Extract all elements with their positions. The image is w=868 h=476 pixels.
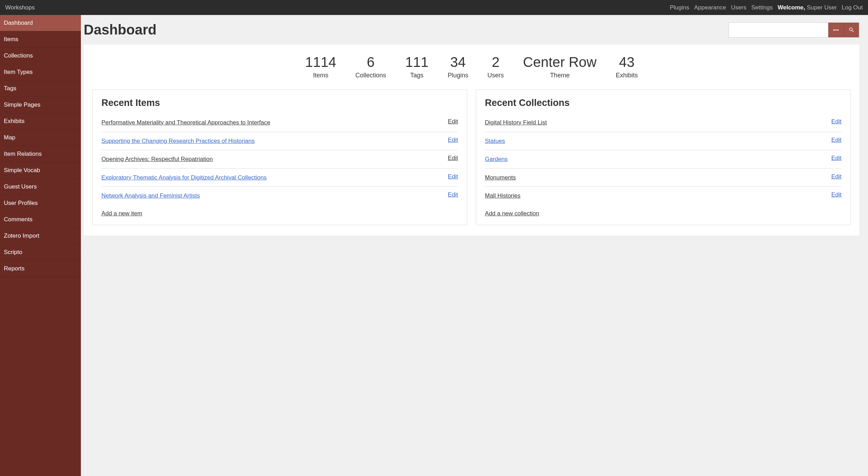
item-edit-link[interactable]: Edit xyxy=(448,173,458,180)
topbar-right: Plugins Appearance Users Settings Welcom… xyxy=(670,4,863,11)
stat-label: Plugins xyxy=(448,72,468,79)
sidebar-item-comments[interactable]: Comments xyxy=(0,212,81,228)
collection-edit-link[interactable]: Edit xyxy=(831,191,842,198)
list-item: Network Analysis and Feminist ArtistsEdi… xyxy=(101,187,458,205)
stats-row: 1114Items6Collections111Tags34Plugins2Us… xyxy=(92,55,851,79)
page-header: Dashboard ••• xyxy=(81,15,868,45)
item-edit-link[interactable]: Edit xyxy=(448,155,458,162)
search-input[interactable] xyxy=(729,23,828,37)
sidebar-item-simple-pages[interactable]: Simple Pages xyxy=(0,97,81,113)
panels: Recent Items Performative Materiality an… xyxy=(92,90,851,225)
welcome-user: Super User xyxy=(807,4,837,11)
sidebar-item-guest-users[interactable]: Guest Users xyxy=(0,179,81,195)
stat-plugins[interactable]: 34Plugins xyxy=(448,55,468,79)
recent-collections-heading: Recent Collections xyxy=(485,98,842,108)
stat-users[interactable]: 2Users xyxy=(487,55,504,79)
logout-link[interactable]: Log Out xyxy=(842,4,863,11)
stat-label: Users xyxy=(487,72,504,79)
sidebar-item-simple-vocab[interactable]: Simple Vocab xyxy=(0,162,81,179)
content-wrap: 1114Items6Collections111Tags34Plugins2Us… xyxy=(84,45,859,236)
topnav-plugins[interactable]: Plugins xyxy=(670,4,689,11)
add-new-item-link[interactable]: Add a new item xyxy=(101,210,142,217)
stat-value: 43 xyxy=(616,55,638,69)
list-item: Performative Materiality and Theoretical… xyxy=(101,114,458,132)
collection-title-link[interactable]: Statues xyxy=(485,137,505,146)
sidebar-item-item-types[interactable]: Item Types xyxy=(0,64,81,80)
sidebar-item-map[interactable]: Map xyxy=(0,130,81,146)
stat-value: 111 xyxy=(405,55,428,69)
collection-edit-link[interactable]: Edit xyxy=(831,173,842,180)
stat-label: Items xyxy=(305,72,336,79)
collection-edit-link[interactable]: Edit xyxy=(831,137,842,144)
ellipsis-icon: ••• xyxy=(833,27,839,32)
collection-title-link[interactable]: Gardens xyxy=(485,155,508,164)
add-new-collection-link[interactable]: Add a new collection xyxy=(485,210,539,217)
main-content: Dashboard ••• 1114Items6Collections111Ta… xyxy=(81,15,868,476)
search-group: ••• xyxy=(729,22,859,38)
sidebar-item-exhibits[interactable]: Exhibits xyxy=(0,113,81,130)
sidebar-item-scripto[interactable]: Scripto xyxy=(0,244,81,261)
item-edit-link[interactable]: Edit xyxy=(448,118,458,125)
sidebar-item-item-relations[interactable]: Item Relations xyxy=(0,146,81,162)
sidebar-item-user-profiles[interactable]: User Profiles xyxy=(0,195,81,212)
stat-value: 1114 xyxy=(305,55,336,69)
collection-title-link[interactable]: Digital History Field List xyxy=(485,118,547,127)
topnav-users[interactable]: Users xyxy=(731,4,746,11)
list-item: Opening Archives: Respectful Repatriatio… xyxy=(101,150,458,169)
topnav-settings[interactable]: Settings xyxy=(751,4,772,11)
stat-exhibits[interactable]: 43Exhibits xyxy=(616,55,638,79)
sidebar: DashboardItemsCollectionsItem TypesTagsS… xyxy=(0,15,81,476)
site-title-link[interactable]: Workshops xyxy=(5,4,35,11)
sidebar-item-items[interactable]: Items xyxy=(0,31,81,48)
welcome-text: Welcome, Super User xyxy=(778,4,837,11)
item-title-link[interactable]: Exploratory Thematic Analysis for Digiti… xyxy=(101,173,267,182)
item-edit-link[interactable]: Edit xyxy=(448,191,458,198)
sidebar-item-tags[interactable]: Tags xyxy=(0,80,81,97)
sidebar-item-dashboard[interactable]: Dashboard xyxy=(0,15,81,31)
list-item: StatuesEdit xyxy=(485,132,842,151)
recent-items-heading: Recent Items xyxy=(101,98,458,108)
sidebar-item-collections[interactable]: Collections xyxy=(0,48,81,64)
search-icon xyxy=(848,27,855,33)
list-item: Mall HistoriesEdit xyxy=(485,187,842,205)
stat-value: Center Row xyxy=(523,55,596,69)
topnav-appearance[interactable]: Appearance xyxy=(694,4,726,11)
list-item: Exploratory Thematic Analysis for Digiti… xyxy=(101,169,458,187)
page-title: Dashboard xyxy=(84,22,157,38)
item-edit-link[interactable]: Edit xyxy=(448,137,458,144)
recent-collections-panel: Recent Collections Digital History Field… xyxy=(476,90,851,225)
item-title-link[interactable]: Opening Archives: Respectful Repatriatio… xyxy=(101,155,213,164)
topbar-left: Workshops xyxy=(5,4,35,11)
list-item: GardensEdit xyxy=(485,150,842,169)
list-item: MonumentsEdit xyxy=(485,169,842,187)
search-advanced-button[interactable]: ••• xyxy=(828,23,844,37)
item-title-link[interactable]: Network Analysis and Feminist Artists xyxy=(101,191,200,200)
collection-title-link[interactable]: Monuments xyxy=(485,173,516,182)
stat-items[interactable]: 1114Items xyxy=(305,55,336,79)
sidebar-item-reports[interactable]: Reports xyxy=(0,261,81,277)
stat-label: Tags xyxy=(405,72,428,79)
collection-edit-link[interactable]: Edit xyxy=(831,118,842,125)
sidebar-item-zotero-import[interactable]: Zotero Import xyxy=(0,228,81,244)
stat-collections[interactable]: 6Collections xyxy=(355,55,386,79)
list-item: Supporting the Changing Research Practic… xyxy=(101,132,458,151)
recent-items-panel: Recent Items Performative Materiality an… xyxy=(92,90,467,225)
welcome-prefix: Welcome, xyxy=(778,4,805,11)
stat-value: 2 xyxy=(487,55,504,69)
topbar: Workshops Plugins Appearance Users Setti… xyxy=(0,0,868,15)
stat-label: Exhibits xyxy=(616,72,638,79)
item-title-link[interactable]: Supporting the Changing Research Practic… xyxy=(101,137,254,146)
search-submit-button[interactable] xyxy=(844,23,859,37)
stat-tags[interactable]: 111Tags xyxy=(405,55,428,79)
stat-value: 34 xyxy=(448,55,468,69)
stat-theme[interactable]: Center RowTheme xyxy=(523,55,596,79)
collection-title-link[interactable]: Mall Histories xyxy=(485,191,520,200)
list-item: Digital History Field ListEdit xyxy=(485,114,842,132)
stat-value: 6 xyxy=(355,55,386,69)
stat-label: Theme xyxy=(523,72,596,79)
collection-edit-link[interactable]: Edit xyxy=(831,155,842,162)
stat-label: Collections xyxy=(355,72,386,79)
item-title-link[interactable]: Performative Materiality and Theoretical… xyxy=(101,118,270,127)
